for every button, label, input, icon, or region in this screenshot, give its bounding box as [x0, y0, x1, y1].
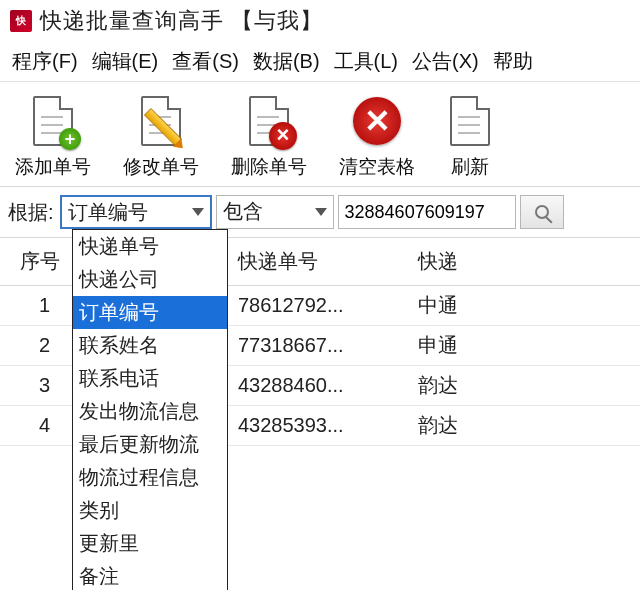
dropdown-option[interactable]: 快递单号	[73, 230, 227, 263]
title-bar: 快 快递批量查询高手 【与我】	[0, 0, 640, 40]
filter-field-select[interactable]: 订单编号	[60, 195, 212, 229]
dropdown-option[interactable]: 联系姓名	[73, 329, 227, 362]
cell-seq: 2	[0, 326, 80, 366]
dropdown-option[interactable]: 联系电话	[73, 362, 227, 395]
dropdown-option[interactable]: 最后更新物流	[73, 428, 227, 461]
delete-label: 删除单号	[231, 154, 307, 180]
menu-help[interactable]: 帮助	[493, 48, 533, 75]
delete-icon: ×	[243, 92, 295, 150]
refresh-button[interactable]: 刷新	[440, 92, 500, 180]
filter-input[interactable]	[338, 195, 516, 229]
add-label: 添加单号	[15, 154, 91, 180]
menu-program[interactable]: 程序(F)	[12, 48, 78, 75]
cell-tracking: 77318667...	[230, 326, 410, 366]
cell-company: 申通	[410, 326, 640, 366]
clear-icon: ✕	[351, 92, 403, 150]
dropdown-option[interactable]: 订单编号	[73, 296, 227, 329]
edit-label: 修改单号	[123, 154, 199, 180]
cell-company: 韵达	[410, 406, 640, 446]
dropdown-option[interactable]: 发出物流信息	[73, 395, 227, 428]
edit-icon	[135, 92, 187, 150]
app-icon: 快	[10, 10, 32, 32]
menu-bar: 程序(F) 编辑(E) 查看(S) 数据(B) 工具(L) 公告(X) 帮助	[0, 40, 640, 82]
dropdown-option[interactable]: 快递公司	[73, 263, 227, 296]
col-seq[interactable]: 序号	[0, 238, 80, 286]
refresh-icon	[444, 92, 496, 150]
chevron-down-icon	[192, 208, 204, 216]
menu-view[interactable]: 查看(S)	[172, 48, 239, 75]
cell-tracking: 78612792...	[230, 286, 410, 326]
menu-tools[interactable]: 工具(L)	[334, 48, 398, 75]
cell-tracking: 43288460...	[230, 366, 410, 406]
cell-seq: 1	[0, 286, 80, 326]
chevron-down-icon	[315, 208, 327, 216]
filter-field-dropdown[interactable]: 快递单号快递公司订单编号联系姓名联系电话发出物流信息最后更新物流物流过程信息类别…	[72, 229, 228, 590]
menu-announce[interactable]: 公告(X)	[412, 48, 479, 75]
dropdown-option[interactable]: 物流过程信息	[73, 461, 227, 494]
col-tracking[interactable]: 快递单号	[230, 238, 410, 286]
col-company[interactable]: 快递	[410, 238, 640, 286]
clear-button[interactable]: ✕ 清空表格	[332, 92, 422, 180]
cell-company: 韵达	[410, 366, 640, 406]
dropdown-option[interactable]: 更新里	[73, 527, 227, 560]
filter-operator-select[interactable]: 包含	[216, 195, 334, 229]
window-title: 快递批量查询高手 【与我】	[40, 6, 323, 36]
menu-data[interactable]: 数据(B)	[253, 48, 320, 75]
search-icon	[535, 205, 549, 219]
search-button[interactable]	[520, 195, 564, 229]
dropdown-option[interactable]: 类别	[73, 494, 227, 527]
filter-field-value: 订单编号	[68, 201, 148, 223]
add-icon: +	[27, 92, 79, 150]
filter-bar: 根据: 订单编号 包含 快递单号快递公司订单编号联系姓名联系电话发出物流信息最后…	[0, 187, 640, 238]
edit-button[interactable]: 修改单号	[116, 92, 206, 180]
cell-tracking: 43285393...	[230, 406, 410, 446]
filter-operator-value: 包含	[223, 200, 263, 222]
delete-button[interactable]: × 删除单号	[224, 92, 314, 180]
toolbar: + 添加单号 修改单号 × 删除单号 ✕ 清空表格 刷新	[0, 82, 640, 187]
menu-edit[interactable]: 编辑(E)	[92, 48, 159, 75]
clear-label: 清空表格	[339, 154, 415, 180]
add-button[interactable]: + 添加单号	[8, 92, 98, 180]
cell-seq: 3	[0, 366, 80, 406]
filter-label: 根据:	[6, 199, 56, 226]
dropdown-option[interactable]: 备注	[73, 560, 227, 590]
refresh-label: 刷新	[451, 154, 489, 180]
cell-seq: 4	[0, 406, 80, 446]
cell-company: 中通	[410, 286, 640, 326]
